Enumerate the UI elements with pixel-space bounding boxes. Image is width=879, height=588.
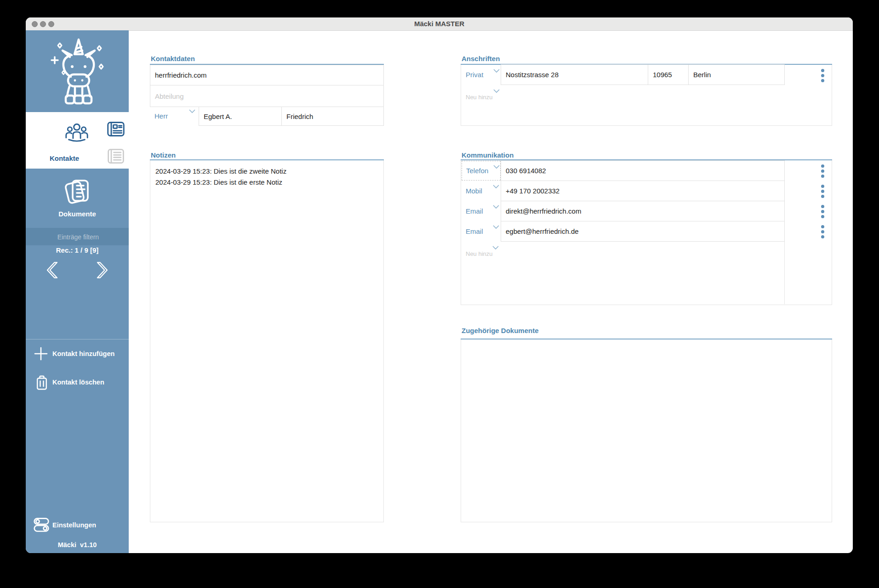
name-row: Herr Egbert A. Friedrich [150, 107, 384, 126]
document-list-icon[interactable] [107, 147, 125, 165]
sidebar-item-kontakte[interactable]: Kontakte [26, 112, 129, 169]
app-window: Mäcki MASTER [26, 17, 853, 553]
company-field[interactable]: herrfriedrich.com [150, 65, 384, 85]
chevron-down-icon [492, 246, 499, 250]
comm-type-value: Mobil [466, 181, 482, 201]
salutation-dropdown[interactable]: Herr [150, 107, 199, 126]
street-field[interactable]: Nostitzstrasse 28 [501, 64, 648, 85]
next-record-button[interactable] [94, 261, 111, 279]
company-value: herrfriedrich.com [150, 71, 207, 79]
filter-bar [26, 228, 129, 245]
address-row-menu-button[interactable] [821, 69, 825, 82]
chevron-down-icon [493, 225, 499, 229]
settings-button[interactable]: Einstellungen [26, 517, 129, 533]
record-counter: Rec.: 1 / 9 [9] [26, 246, 129, 254]
street-value: Nostitzstrasse 28 [501, 71, 559, 79]
titlebar: Mäcki MASTER [26, 17, 853, 31]
comm-type-dropdown[interactable]: Email [462, 201, 501, 221]
note-item: 2024-03-29 15:23: Dies ist die erste Not… [155, 177, 282, 188]
address-type-value: Privat [466, 65, 483, 85]
chevron-down-icon [493, 165, 500, 169]
delete-contact-label: Kontakt löschen [52, 374, 104, 390]
first-name-field[interactable]: Egbert A. [199, 107, 282, 126]
notizen-heading: Notizen [151, 151, 176, 159]
zip-value: 10965 [648, 71, 672, 79]
communication-box: Telefon 030 6914082 Mobil +49 170 200233… [461, 160, 832, 305]
add-contact-label: Kontakt hinzufügen [52, 345, 114, 362]
zip-field[interactable]: 10965 [648, 64, 689, 85]
city-value: Berlin [689, 71, 711, 79]
app-version: Mäcki v1.10 [26, 541, 129, 548]
documents-icon [63, 176, 92, 206]
first-name-value: Egbert A. [199, 113, 232, 120]
notes-area[interactable]: 2024-03-29 15:23: Dies ist die zweite No… [150, 160, 384, 522]
department-placeholder: Abteilung [150, 92, 184, 100]
comm-type-dropdown[interactable]: Telefon [462, 161, 501, 181]
chevron-down-icon [189, 109, 195, 113]
comm-type-value: Email [466, 221, 483, 241]
anschriften-heading: Anschriften [462, 55, 500, 63]
add-communication-button[interactable]: Neu hinzu [466, 250, 493, 257]
comm-type-dropdown[interactable]: Mobil [462, 181, 501, 201]
comm-value: direkt@herrfriedrich.com [501, 207, 581, 215]
chevron-down-icon [493, 205, 499, 209]
add-contact-button[interactable]: Kontakt hinzufügen [26, 345, 129, 362]
comm-type-value: Email [466, 201, 483, 221]
note-item: 2024-03-29 15:23: Dies ist die zweite No… [155, 166, 286, 177]
screen: Mäcki MASTER [0, 0, 879, 588]
previous-record-button[interactable] [43, 261, 61, 279]
sidebar-item-dokumente-label: Dokumente [26, 210, 129, 218]
chevron-down-icon [493, 185, 499, 189]
last-name-value: Friedrich [282, 113, 313, 120]
address-type-dropdown[interactable]: Privat [461, 65, 501, 85]
dokumente-section-heading: Zugehörige Dokumente [462, 327, 539, 335]
comm-value: egbert@herrfriedrich.de [501, 227, 579, 235]
comm-type-dropdown[interactable]: Email [462, 221, 501, 241]
contact-card-icon[interactable] [107, 119, 125, 139]
filter-input[interactable] [26, 228, 131, 246]
sidebar-item-kontakte-label: Kontakte [26, 154, 103, 162]
comm-value-field[interactable]: direkt@herrfriedrich.com [501, 201, 785, 221]
comm-value: 030 6914082 [501, 167, 546, 175]
addresses-box: Privat Nostitzstrasse 28 10965 Berlin Ne… [461, 65, 832, 126]
comm-row-menu-button[interactable] [821, 225, 825, 238]
settings-label: Einstellungen [52, 517, 96, 533]
city-field[interactable]: Berlin [688, 64, 785, 85]
chevron-down-icon [493, 69, 500, 73]
department-field[interactable]: Abteilung [150, 85, 384, 107]
comm-value-field[interactable]: 030 6914082 [501, 160, 785, 181]
comm-row-menu-button[interactable] [821, 185, 825, 198]
kommunikation-heading: Kommunikation [462, 151, 514, 159]
plus-icon [33, 346, 49, 362]
trash-icon [34, 374, 49, 391]
comm-type-value: Telefon [466, 161, 488, 180]
sidebar-item-dokumente[interactable]: Dokumente [26, 169, 129, 228]
delete-contact-button[interactable]: Kontakt löschen [26, 374, 129, 390]
toggles-icon [33, 517, 50, 533]
salutation-value: Herr [154, 107, 168, 126]
last-name-field[interactable]: Friedrich [281, 107, 384, 126]
kontaktdaten-heading: Kontaktdaten [151, 55, 195, 63]
comm-value-field[interactable]: egbert@herrfriedrich.de [501, 221, 785, 242]
chevron-down-icon [493, 89, 500, 93]
window-title: Mäcki MASTER [26, 17, 853, 30]
sidebar-divider [26, 339, 129, 339]
comm-value: +49 170 2002332 [501, 187, 559, 195]
unicorn-logo-icon [44, 32, 113, 111]
comm-row-menu-button[interactable] [821, 164, 825, 178]
sidebar: Kontakte [26, 30, 129, 553]
comm-row-menu-button[interactable] [821, 205, 825, 218]
comm-value-field[interactable]: +49 170 2002332 [501, 181, 785, 201]
related-documents-area[interactable] [461, 339, 832, 522]
people-group-icon [63, 119, 90, 147]
add-address-button[interactable]: Neu hinzu [466, 94, 493, 101]
